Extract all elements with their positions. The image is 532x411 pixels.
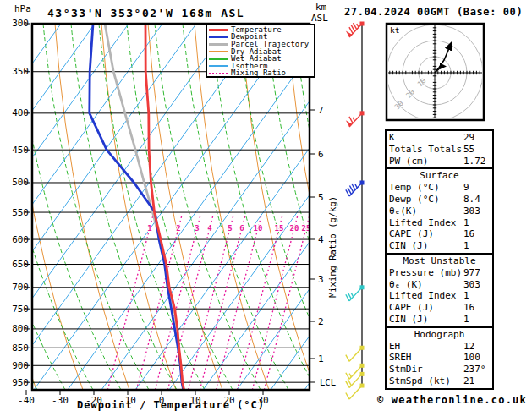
wind-barb-column — [346, 21, 365, 399]
legend-line-sample — [209, 43, 228, 46]
panel-row: Dewp (°C)8.4 — [389, 194, 490, 206]
svg-text:6: 6 — [239, 224, 244, 233]
panel-row-value: 303 — [463, 206, 480, 217]
pressure-unit-label: hPa — [14, 3, 31, 14]
svg-text:10: 10 — [254, 224, 263, 233]
info-panels: K29Totals Totals55PW (cm)1.72SurfaceTemp… — [385, 131, 494, 390]
svg-text:650: 650 — [12, 259, 29, 270]
svg-text:600: 600 — [12, 234, 29, 245]
legend-item: Mixing Ratio — [209, 70, 312, 78]
copyright-footer: © weatheronline.co.uk — [377, 394, 527, 406]
panel-row-value: 100 — [463, 352, 480, 364]
panel-row-value: 1 — [463, 240, 469, 252]
panel-row: θₑ (K)303 — [389, 279, 490, 291]
panel-row-value: 1 — [463, 290, 469, 302]
panel-row-label: Pressure (mb) — [389, 267, 462, 278]
km-unit-label: km — [315, 2, 326, 13]
panel-row: SREH100 — [389, 352, 490, 364]
panel-row-label: EH — [389, 341, 400, 352]
panel-row-label: CIN (J) — [389, 314, 428, 325]
svg-text:2: 2 — [318, 316, 324, 327]
panel-row-value: 237° — [463, 364, 486, 375]
svg-text:950: 950 — [12, 377, 29, 388]
panel-row-label: Lifted Index — [389, 217, 456, 228]
panel-row-label: K — [389, 132, 395, 143]
info-panel-surface: SurfaceTemp (°C)9Dewp (°C)8.4θₑ(K)303Lif… — [385, 167, 494, 255]
panel-row-value: 977 — [463, 267, 480, 279]
panel-row: Pressure (mb)977 — [389, 267, 490, 279]
panel-title: Surface — [389, 170, 490, 182]
panel-row-value: 303 — [463, 279, 480, 291]
legend-line-sample — [209, 51, 228, 52]
panel-row-value: 21 — [463, 375, 474, 387]
svg-text:20: 20 — [290, 224, 299, 233]
panel-title: Most Unstable — [389, 255, 490, 267]
x-axis-label: Dewpoint / Temperature (°C) — [32, 399, 310, 411]
legend-line-sample — [209, 29, 228, 31]
panel-row-value: 1 — [463, 314, 469, 326]
svg-text:350: 350 — [12, 66, 29, 77]
asl-unit-label: ASL — [311, 13, 328, 24]
svg-text:500: 500 — [12, 177, 29, 188]
panel-row-value: 12 — [463, 341, 474, 353]
legend-line-sample — [209, 65, 228, 67]
svg-text:5: 5 — [318, 192, 324, 203]
panel-row-label: Temp (°C) — [389, 182, 440, 193]
panel-row: CIN (J)1 — [389, 240, 490, 252]
legend-line-sample — [209, 58, 228, 60]
panel-row-value: 16 — [463, 302, 474, 314]
svg-text:7: 7 — [318, 105, 324, 116]
panel-row-value: 1.72 — [463, 156, 486, 167]
panel-row: θₑ(K)303 — [389, 206, 490, 217]
svg-text:850: 850 — [12, 342, 29, 353]
panel-row: StmSpd (kt)21 — [389, 375, 490, 387]
svg-text:1: 1 — [147, 224, 151, 233]
panel-row: PW (cm)1.72 — [389, 156, 490, 167]
panel-row-label: CAPE (J) — [389, 302, 434, 313]
panel-row-label: CAPE (J) — [389, 228, 434, 239]
hodograph-unit-label: kt — [390, 25, 399, 35]
panel-row-value: 9 — [463, 182, 469, 194]
sounding-page: 1234561015202530035040045050055060065070… — [0, 0, 532, 411]
svg-text:550: 550 — [12, 207, 29, 218]
hodograph: 102030 — [387, 24, 484, 121]
svg-text:2: 2 — [176, 224, 180, 233]
panel-row-label: PW (cm) — [389, 156, 428, 167]
svg-text:900: 900 — [12, 360, 29, 371]
svg-text:400: 400 — [12, 107, 29, 118]
panel-title: Hodograph — [389, 329, 490, 341]
mixing-ratio-axis-label: Mixing Ratio (g/kg) — [327, 196, 337, 298]
svg-text:4: 4 — [318, 234, 324, 245]
panel-row: CIN (J)1 — [389, 314, 490, 326]
legend-line-sample — [209, 36, 228, 38]
info-panel-hodograph: HodographEH12SREH100StmDir237°StmSpd (kt… — [385, 326, 494, 390]
panel-row-label: StmDir — [389, 364, 423, 375]
info-panel-most-unstable: Most UnstablePressure (mb)977θₑ (K)303Li… — [385, 253, 494, 328]
panel-row: StmDir237° — [389, 364, 490, 375]
panel-row-value: 16 — [463, 228, 474, 240]
panel-row: Lifted Index1 — [389, 290, 490, 302]
panel-row: Temp (°C)9 — [389, 182, 490, 194]
svg-text:700: 700 — [12, 282, 29, 293]
lcl-label: LCL — [320, 377, 336, 387]
svg-text:3: 3 — [195, 224, 199, 233]
panel-row-label: CIN (J) — [389, 240, 428, 251]
legend: TemperatureDewpointParcel TrajectoryDry … — [206, 24, 315, 78]
panel-row-value: 29 — [463, 132, 474, 144]
svg-text:1: 1 — [318, 353, 324, 364]
panel-row-value: 1 — [463, 217, 469, 229]
panel-row: K29 — [389, 132, 490, 144]
panel-row-label: θₑ (K) — [389, 279, 423, 290]
legend-label: Mixing Ratio — [231, 69, 286, 77]
panel-row-label: Dewp (°C) — [389, 194, 440, 205]
svg-text:6: 6 — [318, 149, 324, 160]
panel-row-label: Totals Totals — [389, 144, 462, 155]
info-panel-indices: K29Totals Totals55PW (cm)1.72 — [385, 129, 494, 169]
panel-row-label: Lifted Index — [389, 290, 456, 301]
svg-text:450: 450 — [12, 145, 29, 156]
panel-row-value: 8.4 — [463, 194, 480, 206]
mixing-ratio-lines: 12345610152025 — [108, 216, 311, 389]
svg-text:750: 750 — [12, 304, 29, 315]
panel-row-value: 55 — [463, 144, 474, 156]
panel-row: Totals Totals55 — [389, 144, 490, 156]
